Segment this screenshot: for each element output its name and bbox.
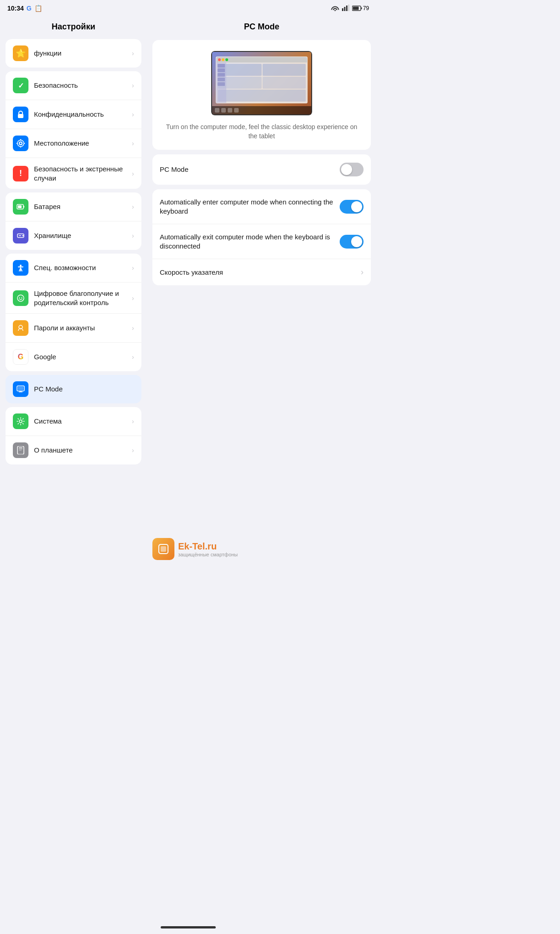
- pc-mode-setting-label: PC Mode: [160, 165, 334, 174]
- signal-icon: [342, 5, 349, 12]
- pointer-speed-row[interactable]: Скорость указателя ›: [152, 259, 371, 285]
- security-icon: ✓: [13, 78, 28, 93]
- google-indicator: G: [27, 5, 32, 12]
- svg-rect-0: [342, 8, 343, 11]
- toggle-knob: [351, 201, 362, 212]
- card-battery-group: Батарея › Хранилище ›: [6, 192, 141, 250]
- svg-point-29: [19, 420, 22, 423]
- watermark-sub-text: защищённые смартфоны: [178, 552, 238, 557]
- home-indicator[interactable]: [161, 926, 216, 928]
- digital-label: Цифровое благополучие и родительский кон…: [34, 289, 126, 307]
- auto-enter-row: Automatically enter computer mode when c…: [152, 189, 371, 224]
- about-icon: [13, 442, 28, 458]
- status-bar: 10:34 G 📋 79: [0, 0, 376, 17]
- status-right: 79: [331, 5, 369, 12]
- location-label: Местоположение: [34, 139, 126, 148]
- sidebar-item-google[interactable]: G Google ›: [6, 343, 141, 371]
- pc-mode-preview: [211, 51, 312, 115]
- accessibility-icon: [13, 260, 28, 276]
- google-label: Google: [34, 352, 126, 362]
- right-panel-title: PC Mode: [152, 20, 371, 35]
- chevron-icon: ›: [132, 418, 134, 425]
- sidebar-item-digital[interactable]: Цифровое благополучие и родительский кон…: [6, 283, 141, 314]
- toggle-knob: [341, 164, 352, 175]
- chevron-icon: ›: [132, 203, 134, 210]
- auto-exit-toggle[interactable]: [340, 235, 364, 249]
- funktsii-label: функции: [34, 49, 126, 58]
- chevron-icon: ›: [132, 447, 134, 454]
- sidebar-item-security[interactable]: ✓ Безопасность ›: [6, 71, 141, 100]
- sidebar-item-about[interactable]: О планшете ›: [6, 436, 141, 464]
- sidebar-item-pcmode[interactable]: PC Mode: [6, 375, 141, 403]
- watermark-main-text: Ek-Tel.ru: [178, 541, 238, 552]
- toggle-knob: [351, 236, 362, 247]
- pointer-chevron-icon: ›: [361, 267, 364, 277]
- auto-exit-row: Automatically exit computer mode when th…: [152, 224, 371, 259]
- chevron-icon: ›: [132, 82, 134, 89]
- card-accessibility-group: Спец. возможности › Цифровое благополучи…: [6, 254, 141, 371]
- chevron-icon: ›: [132, 353, 134, 361]
- pcmode-label: PC Mode: [34, 385, 134, 394]
- sidebar-item-passwords[interactable]: Пароли и аккаунты ›: [6, 314, 141, 343]
- sidebar-item-storage[interactable]: Хранилище ›: [6, 221, 141, 250]
- chevron-icon: ›: [132, 264, 134, 272]
- left-panel: Настройки ⭐ функции › ✓ Безопасность › К…: [0, 17, 147, 920]
- chevron-icon: ›: [132, 170, 134, 177]
- system-icon: [13, 413, 28, 429]
- pc-mode-toggle[interactable]: [340, 163, 364, 176]
- pc-mode-image-card: Turn on the computer mode, feel the clas…: [152, 40, 371, 150]
- status-left: 10:34 G 📋: [7, 5, 42, 12]
- svg-rect-6: [353, 7, 358, 10]
- settings-title: Настройки: [6, 20, 141, 35]
- auto-enter-toggle[interactable]: [340, 200, 364, 214]
- watermark-logo: [152, 538, 174, 560]
- svg-rect-2: [346, 6, 347, 11]
- storage-icon: [13, 228, 28, 243]
- card-security-group: ✓ Безопасность › Конфиденциальность › Ме…: [6, 71, 141, 189]
- chevron-icon: ›: [132, 294, 134, 302]
- sidebar-item-accessibility[interactable]: Спец. возможности ›: [6, 254, 141, 283]
- svg-point-22: [19, 297, 20, 298]
- card-pcmode: PC Mode: [6, 375, 141, 403]
- svg-rect-26: [18, 387, 23, 390]
- security-label: Безопасность: [34, 81, 126, 90]
- image-caption: Turn on the computer mode, feel the clas…: [162, 123, 362, 141]
- accessibility-label: Спец. возможности: [34, 263, 126, 272]
- sidebar-item-system[interactable]: Система ›: [6, 407, 141, 436]
- system-label: Система: [34, 417, 126, 426]
- sidebar-item-location[interactable]: Местоположение ›: [6, 129, 141, 158]
- auto-settings-card: Automatically enter computer mode when c…: [152, 189, 371, 285]
- auto-enter-label: Automatically enter computer mode when c…: [160, 198, 334, 215]
- about-label: О планшете: [34, 446, 126, 455]
- sidebar-item-privacy[interactable]: Конфиденциальность ›: [6, 100, 141, 129]
- pcmode-icon: [13, 381, 28, 397]
- privacy-icon: [13, 107, 28, 122]
- sidebar-item-funktsii[interactable]: ⭐ функции ›: [6, 39, 141, 68]
- auto-exit-label: Automatically exit computer mode when th…: [160, 232, 334, 250]
- battery-level: 79: [363, 5, 369, 11]
- right-panel: PC Mode: [147, 17, 376, 920]
- svg-point-21: [17, 295, 24, 301]
- chevron-icon: ›: [132, 50, 134, 57]
- chevron-icon: ›: [132, 140, 134, 147]
- chevron-icon: ›: [132, 232, 134, 239]
- google-icon: G: [13, 349, 28, 365]
- svg-point-23: [22, 297, 22, 298]
- chevron-icon: ›: [132, 324, 134, 332]
- passwords-label: Пароли и аккаунты: [34, 323, 126, 333]
- svg-point-8: [19, 142, 22, 145]
- svg-rect-16: [18, 205, 22, 208]
- card-system-group: Система › О планшете ›: [6, 407, 141, 464]
- sidebar-item-emergency[interactable]: ! Безопасность и экстренные случаи ›: [6, 158, 141, 189]
- main-layout: Настройки ⭐ функции › ✓ Безопасность › К…: [0, 17, 376, 920]
- privacy-label: Конфиденциальность: [34, 110, 126, 119]
- svg-rect-15: [23, 206, 24, 208]
- watermark: Ek-Tel.ru защищённые смартфоны: [152, 538, 371, 560]
- emergency-icon: !: [13, 166, 28, 181]
- time-display: 10:34: [7, 5, 24, 12]
- sidebar-item-battery[interactable]: Батарея ›: [6, 192, 141, 221]
- battery-icon: [13, 199, 28, 215]
- funktsii-icon: ⭐: [13, 45, 28, 61]
- pc-mode-settings-card: PC Mode: [152, 154, 371, 185]
- location-icon: [13, 136, 28, 151]
